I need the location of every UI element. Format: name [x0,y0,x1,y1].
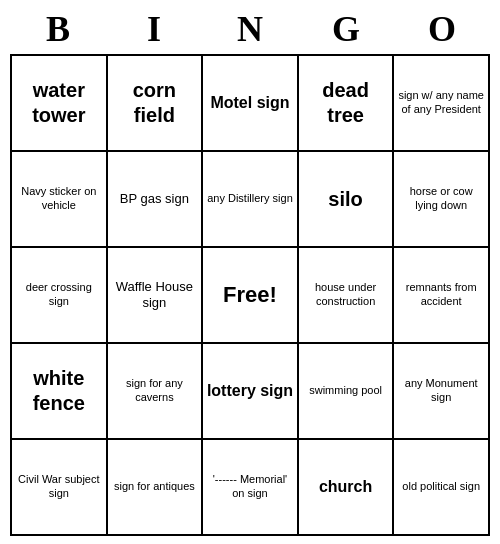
bingo-cell-18: swimming pool [299,344,395,440]
bingo-header: B I N G O [10,8,490,50]
bingo-cell-16: sign for any caverns [108,344,204,440]
bingo-cell-15: white fence [12,344,108,440]
bingo-grid: water towercorn fieldMotel signdead tree… [10,54,490,536]
bingo-cell-4: sign w/ any name of any President [394,56,490,152]
bingo-cell-12: Free! [203,248,299,344]
bingo-cell-14: remnants from accident [394,248,490,344]
bingo-cell-11: Waffle House sign [108,248,204,344]
bingo-cell-19: any Monument sign [394,344,490,440]
header-g: G [298,8,394,50]
bingo-cell-20: Civil War subject sign [12,440,108,536]
bingo-cell-13: house under construction [299,248,395,344]
bingo-cell-6: BP gas sign [108,152,204,248]
bingo-cell-3: dead tree [299,56,395,152]
bingo-cell-24: old political sign [394,440,490,536]
bingo-cell-21: sign for antiques [108,440,204,536]
bingo-cell-7: any Distillery sign [203,152,299,248]
bingo-cell-2: Motel sign [203,56,299,152]
bingo-cell-5: Navy sticker on vehicle [12,152,108,248]
bingo-cell-1: corn field [108,56,204,152]
bingo-cell-23: church [299,440,395,536]
bingo-cell-0: water tower [12,56,108,152]
bingo-cell-8: silo [299,152,395,248]
header-o: O [394,8,490,50]
header-b: B [10,8,106,50]
bingo-cell-22: '------ Memorial' on sign [203,440,299,536]
header-n: N [202,8,298,50]
bingo-cell-17: lottery sign [203,344,299,440]
bingo-cell-10: deer crossing sign [12,248,108,344]
header-i: I [106,8,202,50]
bingo-cell-9: horse or cow lying down [394,152,490,248]
